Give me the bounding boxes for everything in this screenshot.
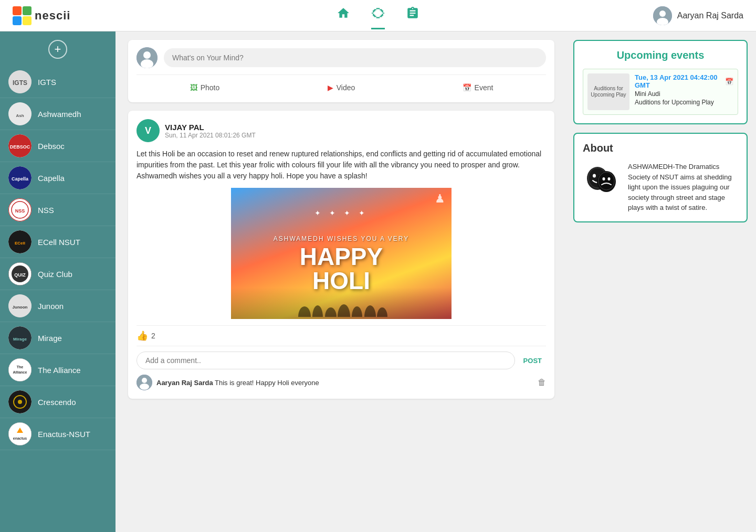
svg-point-32 xyxy=(18,400,22,404)
sidebar-avatar-ecell: ECell xyxy=(8,230,32,253)
composer-input[interactable] xyxy=(164,48,546,67)
crowd-silhouette xyxy=(289,291,394,317)
sidebar-avatar-ashwamedh: Ash xyxy=(8,102,32,125)
svg-text:The: The xyxy=(17,365,24,369)
post-image: ♟ ✦ ✦ ✦ ✦ ASHWAMEDH WISHES YOU A VERY HA… xyxy=(231,188,452,319)
sidebar-item-ecell[interactable]: ECell ECell NSUT xyxy=(0,226,116,258)
sidebar: + IGTS IGTS Ash Ashwamedh DEBSOC Debsoc … xyxy=(0,31,116,532)
chess-icon: ♟ xyxy=(435,192,445,206)
event-button[interactable]: 📅 Event xyxy=(410,80,546,95)
sidebar-avatar-igts: IGTS xyxy=(8,70,32,93)
sidebar-avatar-mirage: Mirage xyxy=(8,326,32,349)
like-icon[interactable]: 👍 xyxy=(136,330,148,342)
svg-point-5 xyxy=(659,10,666,17)
logo-icon xyxy=(13,6,32,25)
sidebar-label-igts: IGTS xyxy=(38,78,56,87)
sidebar-item-igts[interactable]: IGTS IGTS xyxy=(0,66,116,98)
post-comment-button[interactable]: POST xyxy=(519,355,546,367)
post-reactions: 👍 2 xyxy=(136,325,546,346)
comment-text: Aaryan Raj Sarda This is great! Happy Ho… xyxy=(156,379,319,387)
svg-point-33 xyxy=(8,422,32,445)
event-date-text: Tue, 13 Apr 2021 04:42:00 GMT xyxy=(635,73,725,89)
sidebar-item-crescendo[interactable]: Crescendo xyxy=(0,386,116,418)
video-button[interactable]: ▶ Video xyxy=(273,80,410,95)
drama-masks-icon xyxy=(583,162,620,206)
nav-clipboard[interactable] xyxy=(406,6,419,25)
svg-text:enactus: enactus xyxy=(13,437,27,440)
svg-point-44 xyxy=(364,305,376,317)
sidebar-label-debsoc: Debsoc xyxy=(38,142,65,151)
sidebar-item-ashwamedh[interactable]: Ash Ashwamedh xyxy=(0,98,116,130)
sidebar-item-enactus[interactable]: enactus Enactus-NSUT xyxy=(0,418,116,450)
comment-input-area: POST xyxy=(136,352,546,369)
sidebar-item-nss[interactable]: NSS NSS xyxy=(0,194,116,226)
sidebar-item-debsoc[interactable]: DEBSOC Debsoc xyxy=(0,130,116,162)
logo[interactable]: nescii xyxy=(13,6,70,25)
svg-point-51 xyxy=(593,174,596,178)
svg-point-47 xyxy=(142,378,147,383)
svg-text:Capella: Capella xyxy=(12,176,29,182)
svg-point-48 xyxy=(140,384,149,390)
event-date: Tue, 13 Apr 2021 04:42:00 GMT 📅 xyxy=(635,73,733,89)
svg-point-39 xyxy=(298,306,311,317)
svg-text:ECell: ECell xyxy=(15,241,25,246)
photo-button[interactable]: 🖼 Photo xyxy=(136,80,273,95)
event-item[interactable]: Auditions for Upcoming Play Tue, 13 Apr … xyxy=(583,69,738,115)
svg-text:QUIZ: QUIZ xyxy=(14,272,26,278)
holi-image-main-text: HAPPY HOLI xyxy=(274,244,410,293)
sidebar-item-capella[interactable]: Capella Capella xyxy=(0,162,116,194)
upcoming-events-card: Upcoming events Auditions for Upcoming P… xyxy=(573,40,748,124)
svg-point-54 xyxy=(598,172,614,190)
main-layout: + IGTS IGTS Ash Ashwamedh DEBSOC Debsoc … xyxy=(0,31,756,532)
sidebar-label-junoon: Junoon xyxy=(38,302,64,311)
comment-avatar xyxy=(136,375,152,390)
sidebar-avatar-quiz-club: QUIZ xyxy=(8,262,32,285)
sidebar-item-junoon[interactable]: Junoon Junoon xyxy=(0,290,116,322)
post-timestamp: Sun, 11 Apr 2021 08:01:26 GMT xyxy=(165,132,256,139)
sidebar-item-the-alliance[interactable]: TheAlliance The Alliance xyxy=(0,354,116,386)
about-title: About xyxy=(583,142,738,154)
svg-rect-0 xyxy=(13,6,22,15)
nav-community[interactable] xyxy=(371,6,385,25)
sidebar-label-mirage: Mirage xyxy=(38,334,62,343)
comment-body-text: This is great! Happy Holi everyone xyxy=(215,379,319,387)
add-community-button[interactable]: + xyxy=(48,40,67,59)
sidebar-avatar-enactus: enactus xyxy=(8,422,32,445)
svg-point-55 xyxy=(603,177,605,180)
logo-text: nescii xyxy=(35,9,70,23)
about-content: ASHWAMEDH-The Dramatics Society of NSUT … xyxy=(583,162,738,213)
user-profile[interactable]: Aaryan Raj Sarda xyxy=(653,6,743,25)
reaction-count: 2 xyxy=(151,332,155,340)
comment-content: Aaryan Raj Sarda This is great! Happy Ho… xyxy=(136,375,533,390)
svg-point-41 xyxy=(325,307,337,317)
sidebar-label-crescendo: Crescendo xyxy=(38,398,76,407)
delete-comment-button[interactable]: 🗑 xyxy=(538,378,546,387)
sidebar-label-capella: Capella xyxy=(38,174,65,183)
post-author-info: VIJAY PAL Sun, 11 Apr 2021 08:01:26 GMT xyxy=(165,123,256,139)
svg-point-40 xyxy=(312,305,323,317)
right-panel: Upcoming events Auditions for Upcoming P… xyxy=(567,31,756,532)
comment-author: Aaryan Raj Sarda xyxy=(156,379,213,387)
sidebar-avatar-junoon: Junoon xyxy=(8,294,32,317)
svg-text:IGTS: IGTS xyxy=(13,79,27,87)
sidebar-label-the-alliance: The Alliance xyxy=(38,366,81,375)
video-icon: ▶ xyxy=(328,83,333,92)
feed-area: 🖼 Photo ▶ Video 📅 Event V xyxy=(116,31,567,532)
svg-rect-1 xyxy=(23,6,32,15)
event-icon: 📅 xyxy=(463,83,471,92)
sidebar-avatar-capella: Capella xyxy=(8,166,32,189)
event-venue: Mini Audi xyxy=(635,90,733,98)
post-avatar: V xyxy=(136,119,160,142)
svg-text:NSS: NSS xyxy=(15,208,25,214)
header: nescii Aaryan Raj Sarda xyxy=(0,0,756,31)
comment-input[interactable] xyxy=(136,352,515,369)
svg-text:DEBSOC: DEBSOC xyxy=(10,144,30,150)
sidebar-label-quiz-club: Quiz Club xyxy=(38,270,72,279)
sidebar-item-mirage[interactable]: Mirage Mirage xyxy=(0,322,116,354)
svg-point-42 xyxy=(338,304,350,317)
sidebar-item-quiz-club[interactable]: QUIZ Quiz Club xyxy=(0,258,116,290)
svg-text:Junoon: Junoon xyxy=(13,305,28,310)
svg-point-27 xyxy=(8,358,32,381)
svg-point-43 xyxy=(352,306,362,317)
nav-home[interactable] xyxy=(337,6,350,25)
